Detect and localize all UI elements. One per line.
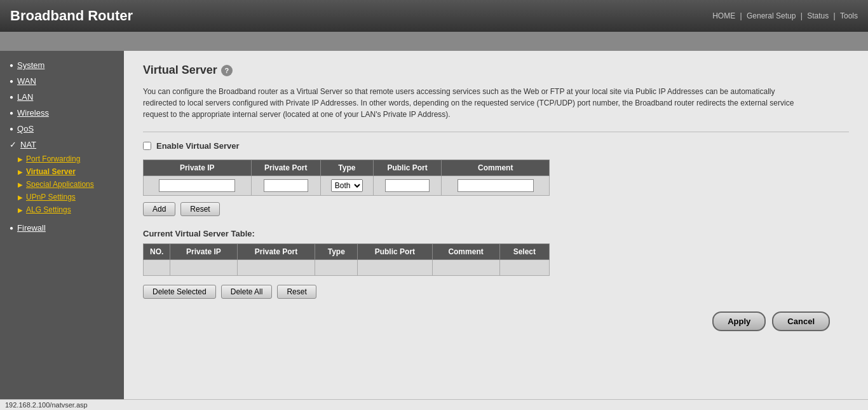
sidebar-sub-special-applications[interactable]: ▶ Special Applications [0,178,124,191]
sidebar: ● System ● WAN ● LAN ● Wireless ● QoS ✓ … [0,51,124,407]
page-title: Virtual Server ? [143,64,849,77]
sidebar-link-system[interactable]: System [17,60,44,70]
sidebar-link-port-forwarding[interactable]: Port Forwarding [26,154,80,163]
cur-col-comment: Comment [432,244,499,260]
divider [143,132,849,132]
col-private-port: Private Port [251,160,320,176]
type-select[interactable]: Both TCP UDP [331,179,363,192]
delete-all-button[interactable]: Delete All [221,285,273,299]
sidebar-item-system[interactable]: ● System [0,57,124,73]
cur-col-public-port: Public Port [358,244,432,260]
sidebar-item-wireless[interactable]: ● Wireless [0,105,124,121]
col-public-port: Public Port [373,160,442,176]
table-empty-row [144,260,550,276]
sidebar-sub-upnp-settings[interactable]: ▶ UPnP Settings [0,191,124,203]
status-bar: 192.168.2.100/natvser.asp [0,399,868,410]
cur-col-private-port: Private Port [237,244,315,260]
sidebar-link-special-applications[interactable]: Special Applications [26,180,94,189]
bottom-button-row: Delete Selected Delete All Reset [143,285,849,299]
col-private-ip: Private IP [144,160,252,176]
private-port-input[interactable] [264,179,308,192]
cur-col-no: NO. [144,244,170,260]
top-header: Broadband Router HOME | General Setup | … [0,0,868,32]
sidebar-link-upnp-settings[interactable]: UPnP Settings [26,193,76,202]
col-type: Type [320,160,373,176]
sidebar-item-qos[interactable]: ● QoS [0,121,124,137]
current-virtual-server-table: NO. Private IP Private Port Type Public … [143,243,550,276]
current-table-label: Current Virtual Server Table: [143,229,849,238]
reset-button[interactable]: Reset [180,202,219,216]
nav-status[interactable]: Status [807,11,829,20]
enable-row: Enable Virtual Server [143,141,849,151]
enable-virtual-server-label: Enable Virtual Server [156,141,240,151]
form-button-row: Add Reset [143,202,849,216]
add-button[interactable]: Add [143,202,175,216]
main-layout: ● System ● WAN ● LAN ● Wireless ● QoS ✓ … [0,51,868,407]
sidebar-link-wireless[interactable]: Wireless [17,108,49,118]
brand-title: Broadband Router [10,8,133,24]
cur-col-type: Type [315,244,358,260]
sidebar-link-firewall[interactable]: Firewall [17,223,46,233]
sidebar-link-wan[interactable]: WAN [17,76,36,86]
enable-virtual-server-checkbox[interactable] [143,142,151,150]
sidebar-sub-alg-settings[interactable]: ▶ ALG Settings [0,203,124,216]
sidebar-link-alg-settings[interactable]: ALG Settings [26,205,71,214]
private-ip-input[interactable] [159,179,235,192]
nav-links: HOME | General Setup | Status | Tools [712,11,858,20]
sidebar-item-lan[interactable]: ● LAN [0,89,124,105]
reset2-button[interactable]: Reset [277,285,316,299]
description-text: You can configure the Broadband router a… [143,86,810,120]
apply-button[interactable]: Apply [712,311,766,331]
apply-cancel-row: Apply Cancel [143,299,849,344]
nav-tools[interactable]: Tools [840,11,858,20]
help-icon[interactable]: ? [221,65,233,76]
comment-input[interactable] [458,179,534,192]
form-input-row: Both TCP UDP [144,176,550,196]
header-bar [0,32,868,51]
sidebar-link-qos[interactable]: QoS [17,124,34,133]
public-port-input[interactable] [385,179,430,192]
cur-col-private-ip: Private IP [170,244,237,260]
content-area: Virtual Server ? You can configure the B… [124,51,868,407]
cancel-button[interactable]: Cancel [772,311,830,331]
sidebar-item-firewall[interactable]: ● Firewall [0,220,124,236]
sidebar-link-nat[interactable]: NAT [20,140,36,149]
nav-home[interactable]: HOME [712,11,735,20]
nav-general-setup[interactable]: General Setup [747,11,796,20]
sidebar-link-virtual-server[interactable]: Virtual Server [26,167,76,176]
form-table: Private IP Private Port Type Public Port… [143,160,550,196]
sidebar-link-lan[interactable]: LAN [17,92,33,102]
cur-col-select: Select [499,244,549,260]
status-url: 192.168.2.100/natvser.asp [5,401,88,409]
sidebar-sub-port-forwarding[interactable]: ▶ Port Forwarding [0,153,124,165]
delete-selected-button[interactable]: Delete Selected [143,285,216,299]
sidebar-item-wan[interactable]: ● WAN [0,73,124,89]
sidebar-sub-virtual-server[interactable]: ▶ Virtual Server [0,165,124,178]
col-comment: Comment [442,160,550,176]
sidebar-item-nat[interactable]: ✓ NAT [0,137,124,153]
